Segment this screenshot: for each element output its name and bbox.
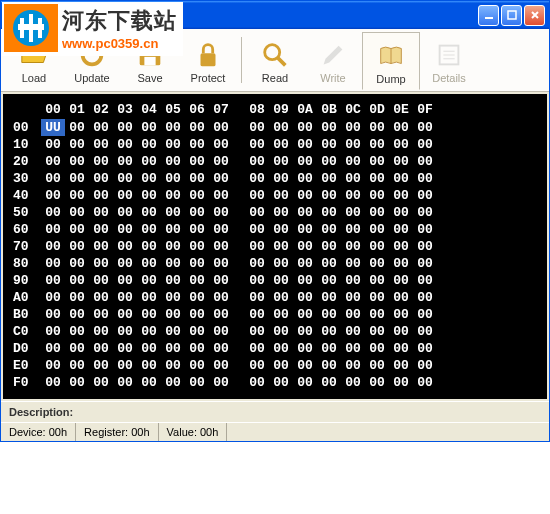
hex-cell[interactable]: 00 xyxy=(365,204,389,221)
hex-cell[interactable]: 00 xyxy=(317,136,341,153)
dump-button[interactable]: Dump xyxy=(362,32,420,90)
hex-cell[interactable]: 00 xyxy=(113,238,137,255)
hex-cell[interactable]: 00 xyxy=(113,221,137,238)
hex-cell[interactable]: 00 xyxy=(413,374,437,391)
hex-cell[interactable]: 00 xyxy=(341,187,365,204)
hex-cell[interactable]: 00 xyxy=(185,306,209,323)
hex-cell[interactable]: 00 xyxy=(161,136,185,153)
hex-cell[interactable]: 00 xyxy=(269,306,293,323)
hex-cell[interactable]: 00 xyxy=(185,204,209,221)
hex-cell[interactable]: 00 xyxy=(185,153,209,170)
hex-cell[interactable]: 00 xyxy=(185,136,209,153)
hex-cell[interactable]: 00 xyxy=(413,119,437,136)
hex-cell[interactable]: 00 xyxy=(89,306,113,323)
hex-cell[interactable]: 00 xyxy=(389,238,413,255)
hex-cell[interactable]: 00 xyxy=(185,119,209,136)
hex-cell[interactable]: 00 xyxy=(89,170,113,187)
hex-cell[interactable]: 00 xyxy=(317,170,341,187)
hex-cell[interactable]: 00 xyxy=(65,272,89,289)
hex-cell[interactable]: 00 xyxy=(413,340,437,357)
hex-cell[interactable]: 00 xyxy=(293,357,317,374)
hex-cell[interactable]: 00 xyxy=(113,340,137,357)
hex-cell[interactable]: 00 xyxy=(413,170,437,187)
hex-cell[interactable]: 00 xyxy=(365,255,389,272)
hex-cell[interactable]: 00 xyxy=(209,323,233,340)
hex-cell[interactable]: 00 xyxy=(269,340,293,357)
hex-cell[interactable]: 00 xyxy=(413,357,437,374)
hex-cell[interactable]: 00 xyxy=(269,204,293,221)
hex-cell[interactable]: 00 xyxy=(137,221,161,238)
hex-cell[interactable]: 00 xyxy=(113,323,137,340)
hex-cell[interactable]: 00 xyxy=(65,238,89,255)
hex-cell[interactable]: 00 xyxy=(113,289,137,306)
hex-cell[interactable]: 00 xyxy=(137,170,161,187)
hex-cell[interactable]: 00 xyxy=(413,255,437,272)
hex-cell[interactable]: 00 xyxy=(41,221,65,238)
hex-cell[interactable]: 00 xyxy=(185,221,209,238)
hex-cell[interactable]: 00 xyxy=(161,255,185,272)
hex-cell[interactable]: 00 xyxy=(365,170,389,187)
hex-cell[interactable]: 00 xyxy=(245,187,269,204)
hex-cell[interactable]: 00 xyxy=(161,306,185,323)
hex-cell[interactable]: 00 xyxy=(341,238,365,255)
hex-cell[interactable]: 00 xyxy=(293,221,317,238)
hex-cell[interactable]: 00 xyxy=(209,170,233,187)
hex-cell[interactable]: 00 xyxy=(89,119,113,136)
hex-cell[interactable]: 00 xyxy=(89,357,113,374)
hex-cell[interactable]: 00 xyxy=(317,221,341,238)
hex-cell[interactable]: 00 xyxy=(89,204,113,221)
hex-cell[interactable]: 00 xyxy=(389,170,413,187)
hex-cell[interactable]: 00 xyxy=(389,187,413,204)
hex-cell[interactable]: 00 xyxy=(269,170,293,187)
hex-cell[interactable]: 00 xyxy=(65,357,89,374)
hex-cell[interactable]: 00 xyxy=(245,306,269,323)
hex-cell[interactable]: 00 xyxy=(89,374,113,391)
hex-cell[interactable]: 00 xyxy=(245,323,269,340)
hex-cell[interactable]: 00 xyxy=(137,289,161,306)
hex-cell[interactable]: 00 xyxy=(137,374,161,391)
hex-cell[interactable]: 00 xyxy=(65,136,89,153)
hex-cell[interactable]: 00 xyxy=(209,238,233,255)
hex-cell[interactable]: 00 xyxy=(317,340,341,357)
hex-cell[interactable]: 00 xyxy=(185,238,209,255)
hex-cell[interactable]: 00 xyxy=(317,187,341,204)
hex-cell[interactable]: 00 xyxy=(389,255,413,272)
hex-cell[interactable]: 00 xyxy=(65,204,89,221)
hex-cell[interactable]: 00 xyxy=(41,306,65,323)
hex-cell[interactable]: 00 xyxy=(113,136,137,153)
hex-cell[interactable]: 00 xyxy=(65,119,89,136)
hex-cell[interactable]: 00 xyxy=(137,238,161,255)
hex-cell[interactable]: 00 xyxy=(113,153,137,170)
hex-cell[interactable]: 00 xyxy=(365,306,389,323)
hex-cell[interactable]: 00 xyxy=(365,272,389,289)
hex-cell[interactable]: 00 xyxy=(89,238,113,255)
hex-cell[interactable]: 00 xyxy=(113,204,137,221)
hex-cell[interactable]: 00 xyxy=(185,255,209,272)
hex-cell[interactable]: 00 xyxy=(413,221,437,238)
hex-cell[interactable]: 00 xyxy=(389,340,413,357)
hex-cell[interactable]: 00 xyxy=(245,170,269,187)
hex-cell[interactable]: 00 xyxy=(389,357,413,374)
hex-cell[interactable]: 00 xyxy=(245,374,269,391)
hex-cell[interactable]: 00 xyxy=(161,204,185,221)
hex-cell[interactable]: 00 xyxy=(365,221,389,238)
hex-cell[interactable]: 00 xyxy=(41,289,65,306)
hex-cell[interactable]: 00 xyxy=(269,323,293,340)
hex-cell[interactable]: 00 xyxy=(209,136,233,153)
hex-cell[interactable]: 00 xyxy=(293,187,317,204)
hex-cell[interactable]: 00 xyxy=(89,272,113,289)
hex-cell[interactable]: 00 xyxy=(317,323,341,340)
hex-cell[interactable]: 00 xyxy=(341,136,365,153)
hex-cell[interactable]: 00 xyxy=(389,374,413,391)
hex-cell[interactable]: 00 xyxy=(269,136,293,153)
hex-cell[interactable]: 00 xyxy=(341,289,365,306)
hex-cell[interactable]: 00 xyxy=(245,272,269,289)
hex-cell[interactable]: 00 xyxy=(161,357,185,374)
hex-cell[interactable]: 00 xyxy=(317,204,341,221)
hex-cell[interactable]: 00 xyxy=(317,306,341,323)
hex-cell[interactable]: 00 xyxy=(341,119,365,136)
hex-cell[interactable]: UU xyxy=(41,119,65,136)
hex-cell[interactable]: 00 xyxy=(269,187,293,204)
hex-cell[interactable]: 00 xyxy=(293,119,317,136)
hex-cell[interactable]: 00 xyxy=(269,255,293,272)
